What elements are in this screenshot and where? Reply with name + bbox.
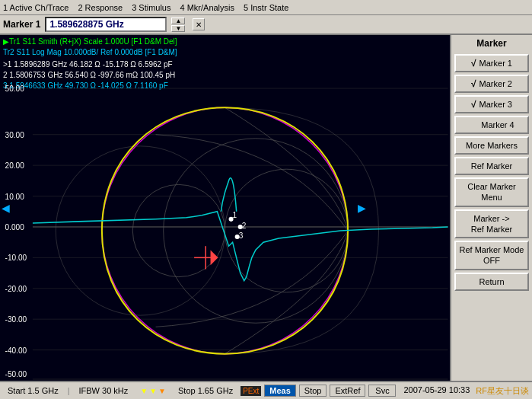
marker-up-btn[interactable]: ▲ [171,18,185,24]
status-triangles: ▼▼▼ [135,386,170,396]
more-markers-btn[interactable]: More Markers [454,136,529,155]
marker-to-ref-btn[interactable]: Marker ->Ref Marker [454,209,529,239]
svg-point-33 [238,225,243,229]
ref-marker-btn[interactable]: Ref Marker [454,157,529,175]
marker4-btn[interactable]: Marker 4 [454,116,529,134]
svg-text:2: 2 [242,222,247,230]
menu-active-ch[interactable]: 1 Active Ch/Trace [3,3,68,12]
menu-stimulus[interactable]: 3 Stimulus [132,3,170,12]
svg-point-25 [56,146,225,315]
svg-text:3: 3 [239,231,244,240]
menu-instr-state[interactable]: 5 Instr State [244,3,288,12]
clear-marker-menu-btn[interactable]: Clear MarkerMenu [454,177,529,207]
logo-text: RF星友十日谈 [476,385,529,397]
marker-row-label: Marker 1 [3,19,40,30]
trace1-label: ▶Tr1 S11 Smith (R+jX) Scale 1.000U [F1 D… [3,37,447,47]
menu-bar: 1 Active Ch/Trace 2 Response 3 Stimulus … [0,0,532,15]
datetime: 2007-05-29 10:33 RF星友十日谈 [403,385,529,397]
marker-row: Marker 1 ▲ ▼ ✕ [0,15,532,35]
status-ifbw: IFBW 30 kHz [75,385,133,396]
svg-point-34 [235,235,240,239]
marker3-btn[interactable]: √ Marker 3 [454,95,529,113]
extref-btn[interactable]: ExtRef [330,385,365,397]
marker-close-btn[interactable]: ✕ [193,18,205,30]
svg-text:-30.00: -30.00 [5,315,27,324]
status-stop: Stop 1.65 GHz [174,385,237,396]
status-pext: PExt [241,386,261,396]
svg-text:10.00: 10.00 [5,193,25,201]
date-time-value: 2007-05-29 10:33 [403,385,470,397]
status-start: Start 1.5 GHz [3,385,63,396]
chart-area: ▶Tr1 S11 Smith (R+jX) Scale 1.000U [F1 D… [0,35,450,381]
stop-btn[interactable]: Stop [299,385,327,397]
svg-text:0.000: 0.000 [5,223,25,231]
panel-title: Marker [454,38,529,49]
svg-text:-10.00: -10.00 [5,254,27,262]
svc-btn[interactable]: Svc [368,385,396,397]
svg-point-22 [225,169,349,292]
svg-point-32 [229,217,234,222]
marker2-btn[interactable]: √ Marker 2 [454,75,529,93]
marker-data-row1: >1 1.5896289 GHz 46.182 Ω -15.178 Ω 6.59… [3,59,447,70]
svg-text:20.00: 20.00 [5,161,25,170]
trace2-label: Tr2 S11 Log Mag 10.000dB/ Ref 0.000dB [F… [3,47,447,58]
ref-marker-mode-btn[interactable]: Ref Marker ModeOFF [454,241,529,270]
return-btn[interactable]: Return [454,273,529,291]
svg-marker-28 [211,251,217,263]
marker-data-row2: 2 1.5806753 GHz 56.540 Ω -997.66 mΩ 100.… [3,70,447,81]
svg-text:30.00: 30.00 [5,131,25,139]
marker1-btn[interactable]: √ Marker 1 [454,54,529,72]
right-panel: Marker √ Marker 1 √ Marker 2 √ Marker 3 … [450,35,532,381]
svg-text:1: 1 [233,211,237,219]
menu-response[interactable]: 2 Response [78,3,123,12]
marker-controls: ▲ ▼ [171,18,185,32]
chart-header: ▶Tr1 S11 Smith (R+jX) Scale 1.000U [F1 D… [0,35,450,59]
menu-mkr-analysis[interactable]: 4 Mkr/Analysis [180,3,234,12]
meas-btn[interactable]: Meas [264,385,296,397]
svg-text:-40.00: -40.00 [5,346,27,355]
smith-chart-svg: 50.00 30.00 20.00 10.00 0.000 -10.00 -20… [0,81,450,381]
svg-text:-50.00: -50.00 [5,370,27,378]
marker-down-btn[interactable]: ▼ [171,25,185,32]
svg-text:-20.00: -20.00 [5,285,27,293]
marker-frequency-input[interactable] [45,17,167,32]
status-bar: Start 1.5 GHz | IFBW 30 kHz ▼▼▼ Stop 1.6… [0,381,532,399]
svg-point-23 [164,139,348,323]
svg-text:50.00: 50.00 [5,85,25,93]
main-layout: ▶Tr1 S11 Smith (R+jX) Scale 1.000U [F1 D… [0,35,532,381]
